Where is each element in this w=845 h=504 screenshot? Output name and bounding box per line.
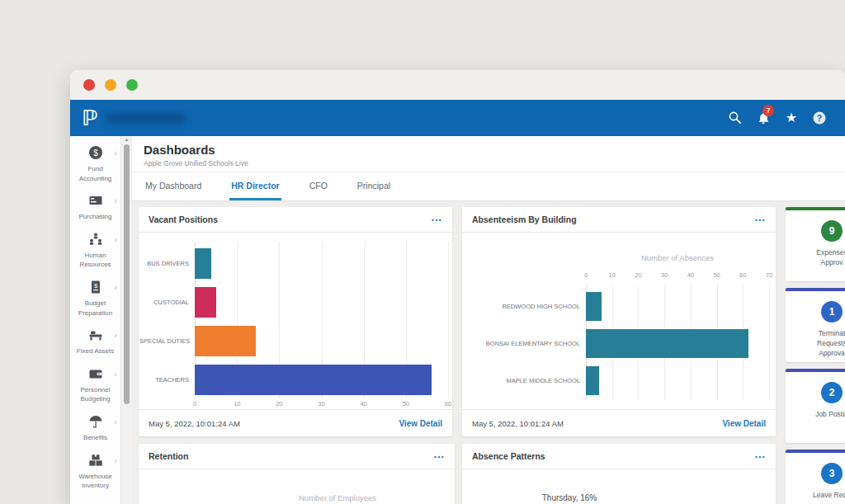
- summary-card-label: Leave Requ: [786, 491, 845, 501]
- axis-tick: 30: [318, 400, 324, 407]
- card-header: Vacant Positions •••: [139, 207, 452, 233]
- star-icon[interactable]: ★: [784, 111, 799, 125]
- sidebar-item-label: Warehouse Inventory: [73, 472, 119, 491]
- view-detail-link[interactable]: View Detail: [722, 419, 766, 428]
- page-title: Dashboards: [144, 143, 845, 157]
- sidebar-item-label: Fixed Assets: [73, 346, 119, 356]
- tab-hr-director[interactable]: HR Director: [229, 172, 281, 200]
- bar-redwood-high-school: [586, 292, 602, 321]
- card-title: Absence Patterns: [472, 451, 545, 461]
- zoom-button[interactable]: [126, 79, 138, 91]
- sidebar-item-fixed-assets[interactable]: ›Fixed Assets: [70, 323, 120, 362]
- notification-badge: 7: [762, 105, 774, 116]
- dashboard-content: Vacant Positions ••• 0102030405060BUS DR…: [132, 201, 845, 504]
- summary-card-leave-requ[interactable]: 3Leave Requ: [786, 450, 845, 504]
- sidebar: $›Fund Accounting›Purchasing›Human Resou…: [70, 136, 120, 504]
- category-label: REDWOOD HIGH SCHOOL: [465, 292, 580, 321]
- sidebar-item-purchasing[interactable]: ›Purchasing: [70, 189, 120, 228]
- sidebar-scrollbar[interactable]: ▲: [120, 136, 132, 504]
- card-accent-bar: [786, 207, 845, 210]
- axis-tick: 20: [635, 271, 641, 279]
- timestamp: May 5, 2022, 10:01:24 AM: [149, 419, 240, 428]
- category-label: MAPLE MIDDLE SCHOOL: [465, 366, 580, 395]
- org-chart-icon: [88, 232, 103, 247]
- card-accent-bar: [786, 369, 845, 372]
- summary-card-label: Job Postin: [786, 410, 845, 420]
- scroll-up-arrow-icon[interactable]: ▲: [121, 137, 132, 142]
- axis-tick: 70: [766, 271, 772, 279]
- sidebar-item-personnel-budgeting[interactable]: ›Personnel Budgeting: [70, 362, 120, 410]
- app-header-bar: ℙ 7 ★ ?: [70, 100, 845, 136]
- card-header: Retention •••: [139, 444, 455, 469]
- close-button[interactable]: [83, 79, 95, 91]
- axis-tick: 30: [661, 271, 668, 279]
- scrollbar-thumb[interactable]: [124, 144, 130, 404]
- absenteeism-chart: Number of Absences010203040506070REDWOOD…: [462, 232, 776, 410]
- card-menu-icon[interactable]: •••: [434, 453, 445, 460]
- chevron-right-icon: ›: [114, 283, 117, 292]
- card-header: Absenteeism By Building •••: [462, 207, 776, 233]
- sidebar-item-label: Budget Preparation: [73, 299, 119, 318]
- axis-tick: 20: [276, 400, 282, 407]
- retention-card: Retention ••• Number of Employees: [139, 444, 455, 504]
- axis-tick: 50: [403, 400, 409, 407]
- card-accent-bar: [786, 288, 845, 291]
- bar-bonsai-elementary-school: [586, 329, 748, 358]
- vacant-positions-chart: 0102030405060BUS DRIVERSCUSTODIALSPECIAL…: [139, 232, 452, 410]
- budget-doc-icon: $: [88, 280, 103, 294]
- count-badge: 3: [821, 463, 843, 484]
- card-menu-icon[interactable]: •••: [755, 453, 766, 460]
- axis-tick: 0: [193, 400, 196, 407]
- absence-patterns-card: Absence Patterns ••• Thursday, 16%: [462, 444, 776, 504]
- sidebar-item-label: Personnel Budgeting: [73, 385, 119, 404]
- category-label: TEACHERS: [139, 365, 189, 395]
- sidebar-item-benefits[interactable]: ›Benefits: [70, 410, 120, 449]
- count-badge: 9: [821, 220, 843, 242]
- tab-my-dashboard[interactable]: My Dashboard: [144, 172, 203, 200]
- axis-tick: 50: [713, 271, 720, 279]
- chevron-right-icon: ›: [114, 331, 117, 340]
- category-label: CUSTODIAL: [139, 287, 189, 318]
- retention-axis-title: Number of Employees: [299, 493, 376, 502]
- card-menu-icon[interactable]: •••: [432, 216, 442, 224]
- page-subtitle: Apple Grove Unified Schools Live: [144, 159, 845, 167]
- gridline: [769, 285, 770, 400]
- axis-tick: 0: [584, 271, 588, 279]
- chevron-right-icon: ›: [114, 148, 117, 158]
- wallet-icon: [88, 366, 103, 381]
- summary-card-label: TerminatRequestsApprova: [786, 329, 845, 359]
- view-detail-link[interactable]: View Detail: [399, 419, 442, 428]
- card-menu-icon[interactable]: •••: [755, 216, 766, 224]
- bench-icon: [88, 327, 103, 342]
- dollar-circle-icon: $: [88, 145, 103, 160]
- sidebar-item-budget-preparation[interactable]: $›Budget Preparation: [70, 276, 120, 323]
- absenteeism-card: Absenteeism By Building ••• Number of Ab…: [462, 207, 776, 436]
- timestamp: May 5, 2022, 10:01:24 AM: [472, 419, 564, 428]
- tab-cfo[interactable]: CFO: [308, 172, 329, 200]
- search-icon[interactable]: [728, 111, 743, 125]
- header-actions: 7 ★ ?: [728, 111, 833, 125]
- sidebar-item-fund-accounting[interactable]: $›Fund Accounting: [70, 141, 120, 189]
- chart-axis-title: Number of Absences: [641, 253, 714, 262]
- window-titlebar: [70, 70, 845, 100]
- help-icon[interactable]: ?: [812, 111, 827, 125]
- category-label: BONSAI ELEMENTARY SCHOOL: [465, 329, 580, 358]
- chevron-right-icon: ›: [114, 417, 117, 426]
- tab-principal[interactable]: Principal: [356, 172, 392, 200]
- card-footer: May 5, 2022, 10:01:24 AM View Detail: [139, 409, 452, 436]
- summary-card-job-postin[interactable]: 2Job Postin: [786, 369, 845, 443]
- boxes-icon: [88, 453, 103, 468]
- axis-tick: 40: [687, 271, 694, 279]
- chevron-right-icon: ›: [114, 370, 117, 379]
- sidebar-item-label: Benefits: [73, 433, 119, 443]
- chevron-right-icon: ›: [114, 196, 117, 205]
- axis-tick: 10: [234, 400, 240, 407]
- summary-card-expenses-approv[interactable]: 9ExpensesApprov: [786, 207, 845, 281]
- bell-icon[interactable]: 7: [756, 111, 771, 125]
- sidebar-item-warehouse-inventory[interactable]: ›Warehouse Inventory: [70, 449, 120, 497]
- summary-card-terminat-requests-approva[interactable]: 1TerminatRequestsApprova: [786, 288, 845, 362]
- minimize-button[interactable]: [105, 79, 116, 91]
- sidebar-item-label: Fund Accounting: [73, 164, 119, 183]
- sidebar-item-human-resources[interactable]: ›Human Resources: [70, 228, 120, 276]
- count-badge: 1: [821, 301, 843, 323]
